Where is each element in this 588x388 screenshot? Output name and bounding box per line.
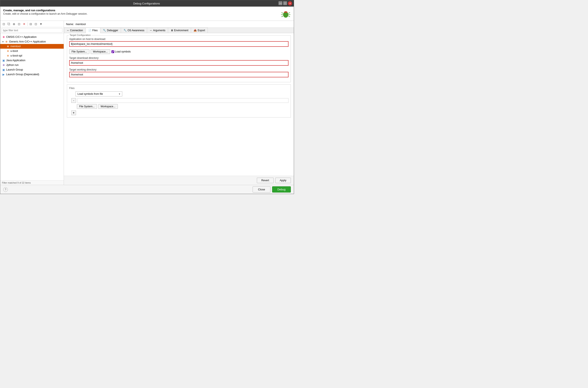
footer-left: ? bbox=[3, 187, 8, 192]
target-download-label: Target download directory: bbox=[69, 56, 288, 59]
tab-files[interactable]: 📄 Files bbox=[86, 28, 100, 33]
load-symbols-label: Load symbols bbox=[115, 50, 131, 53]
sidebar-footer: Filter matched 9 of 22 items bbox=[0, 180, 64, 185]
tab-os-awareness[interactable]: 🔧 OS Awareness bbox=[121, 28, 147, 33]
jython-icon: ❄ bbox=[2, 63, 5, 67]
debug-bug-icon bbox=[281, 9, 291, 19]
close-window-button[interactable]: ✕ bbox=[288, 1, 292, 5]
collapse-button[interactable]: ⊟ bbox=[28, 22, 33, 26]
target-config-label: Target Configuration bbox=[69, 34, 91, 36]
footer-bar: ? Close Debug bbox=[0, 185, 294, 194]
revert-button[interactable]: Revert bbox=[257, 178, 274, 183]
file-system-button-2[interactable]: File System... bbox=[77, 104, 97, 109]
help-button[interactable]: ? bbox=[3, 187, 8, 192]
sidebar-item-memtool-label: memtool bbox=[10, 45, 21, 48]
tab-debugger-label: Debugger bbox=[107, 29, 118, 32]
apply-button[interactable]: Apply bbox=[275, 178, 291, 183]
sidebar: ⊡ ⿻ ⊕ ⊡ ✕ ⊟ ⊡ ▼ ❄ CMSIS C/C++ Applicatio… bbox=[0, 21, 64, 185]
tab-arguments-label: Arguments bbox=[153, 29, 165, 32]
file-entry-row: - bbox=[69, 98, 288, 103]
java-icon: ▣ bbox=[2, 59, 5, 62]
duplicate-button[interactable]: ⿻ bbox=[7, 22, 11, 26]
target-working-input[interactable] bbox=[69, 72, 288, 77]
load-symbols-dropdown-row: Load symbols from file Load symbols from… bbox=[69, 91, 288, 97]
sidebar-item-cmsis-label: CMSIS C/C++ Application bbox=[6, 35, 37, 38]
toolbar-separator bbox=[27, 22, 28, 26]
name-row: Name: memtool bbox=[64, 21, 294, 28]
sidebar-item-launchdep[interactable]: ▶ Launch Group (Deprecated) bbox=[0, 72, 64, 77]
new-config-button[interactable]: ⊡ bbox=[1, 22, 6, 26]
sidebar-item-memtool[interactable]: ❄ memtool bbox=[0, 44, 64, 49]
svg-line-6 bbox=[282, 16, 283, 17]
tab-connection-label: Connection bbox=[70, 29, 83, 32]
tab-export[interactable]: 📤 Export bbox=[191, 28, 208, 33]
target-working-field: Target working directory: bbox=[69, 68, 288, 77]
filter-input[interactable] bbox=[1, 28, 63, 33]
header-heading: Create, manage, and run configurations bbox=[3, 9, 87, 12]
load-symbols-checkbox[interactable] bbox=[111, 50, 114, 53]
arguments-icon: ↔ bbox=[150, 29, 152, 32]
delete-button[interactable]: ✕ bbox=[22, 22, 26, 26]
import-button[interactable]: ⊕ bbox=[12, 22, 16, 26]
maximize-button[interactable]: □ bbox=[283, 1, 287, 5]
svg-point-11 bbox=[286, 11, 287, 13]
tab-files-label: Files bbox=[92, 29, 98, 32]
generic-icon: ❄ bbox=[5, 40, 8, 43]
debug-button[interactable]: Debug bbox=[272, 186, 291, 193]
svg-line-4 bbox=[282, 13, 283, 13]
file-path-input[interactable] bbox=[77, 98, 288, 103]
cmsis-icon: ❄ bbox=[2, 35, 5, 39]
sidebar-toolbar: ⊡ ⿻ ⊕ ⊡ ✕ ⊟ ⊡ ▼ bbox=[0, 21, 64, 27]
workspace-button-2[interactable]: Workspace... bbox=[98, 104, 118, 109]
sidebar-item-uboot-label: u-boot bbox=[10, 49, 18, 52]
app-host-field: Application on host to download: bbox=[69, 38, 288, 47]
svg-line-9 bbox=[288, 16, 290, 17]
remove-file-button[interactable]: - bbox=[71, 98, 76, 103]
sidebar-item-launch[interactable]: ▣ Launch Group bbox=[0, 67, 64, 72]
load-symbols-dropdown[interactable]: Load symbols from file Load symbols from… bbox=[76, 91, 122, 97]
debug-configurations-window: Debug Configurations — □ ✕ Create, manag… bbox=[0, 0, 294, 194]
workspace-button[interactable]: Workspace... bbox=[91, 49, 110, 54]
sidebar-item-cmsis[interactable]: ❄ CMSIS C/C++ Application bbox=[0, 35, 64, 39]
sidebar-item-jython[interactable]: ❄ Jython run bbox=[0, 63, 64, 67]
app-host-input[interactable] bbox=[69, 41, 288, 47]
launch-icon: ▣ bbox=[2, 68, 5, 72]
connection-icon: ↔ bbox=[67, 29, 69, 32]
memtool-icon: ❄ bbox=[6, 45, 10, 48]
tab-arguments[interactable]: ↔ Arguments bbox=[147, 28, 168, 33]
svg-point-10 bbox=[284, 11, 285, 13]
sidebar-item-launch-label: Launch Group bbox=[6, 68, 23, 71]
filesystem-button[interactable]: File System... bbox=[69, 49, 89, 54]
tab-environment[interactable]: 🖥 Environment bbox=[168, 28, 191, 33]
load-symbols-checkbox-wrap: Load symbols bbox=[111, 50, 131, 53]
sidebar-item-ubootspl[interactable]: ❄ u-boot-spl bbox=[0, 53, 64, 58]
files-section: Files Load symbols from file Load symbol… bbox=[67, 84, 291, 118]
tab-environment-label: Environment bbox=[174, 29, 188, 32]
main-content: ⊡ ⿻ ⊕ ⊡ ✕ ⊟ ⊡ ▼ ❄ CMSIS C/C++ Applicatio… bbox=[0, 21, 294, 185]
target-download-input[interactable] bbox=[69, 60, 288, 66]
name-label: Name: bbox=[66, 23, 74, 26]
minimize-button[interactable]: — bbox=[279, 1, 282, 5]
filter-dropdown-button[interactable]: ▼ bbox=[39, 22, 43, 26]
tabs-row: ↔ Connection 📄 Files 🔧 Debugger 🔧 OS Awa… bbox=[64, 28, 294, 33]
files-section-label: Files bbox=[69, 87, 288, 90]
launch-dep-icon: ▶ bbox=[2, 73, 5, 76]
tab-connection[interactable]: ↔ Connection bbox=[64, 28, 86, 33]
sidebar-item-java[interactable]: ▣ Java Application bbox=[0, 58, 64, 63]
close-button[interactable]: Close bbox=[253, 186, 270, 193]
sidebar-item-generic[interactable]: ▼ ❄ Generic Arm C/C++ Application bbox=[0, 39, 64, 44]
target-download-field: Target download directory: bbox=[69, 56, 288, 66]
os-awareness-icon: 🔧 bbox=[124, 29, 127, 32]
tab-debugger[interactable]: 🔧 Debugger bbox=[100, 28, 121, 33]
add-file-button[interactable]: + bbox=[71, 111, 76, 115]
app-host-label: Application on host to download: bbox=[69, 38, 288, 41]
sidebar-item-uboot[interactable]: ❄ u-boot bbox=[0, 49, 64, 53]
app-host-btn-row: File System... Workspace... Load symbols bbox=[69, 49, 288, 54]
chevron-down-icon: ▼ bbox=[2, 41, 4, 43]
uboot-icon: ❄ bbox=[6, 49, 10, 53]
filter-button[interactable]: ⊡ bbox=[34, 22, 38, 26]
debugger-icon: 🔧 bbox=[103, 29, 106, 32]
target-working-label: Target working directory: bbox=[69, 68, 288, 71]
ubootspl-icon: ❄ bbox=[6, 54, 10, 57]
export-button[interactable]: ⊡ bbox=[17, 22, 22, 26]
